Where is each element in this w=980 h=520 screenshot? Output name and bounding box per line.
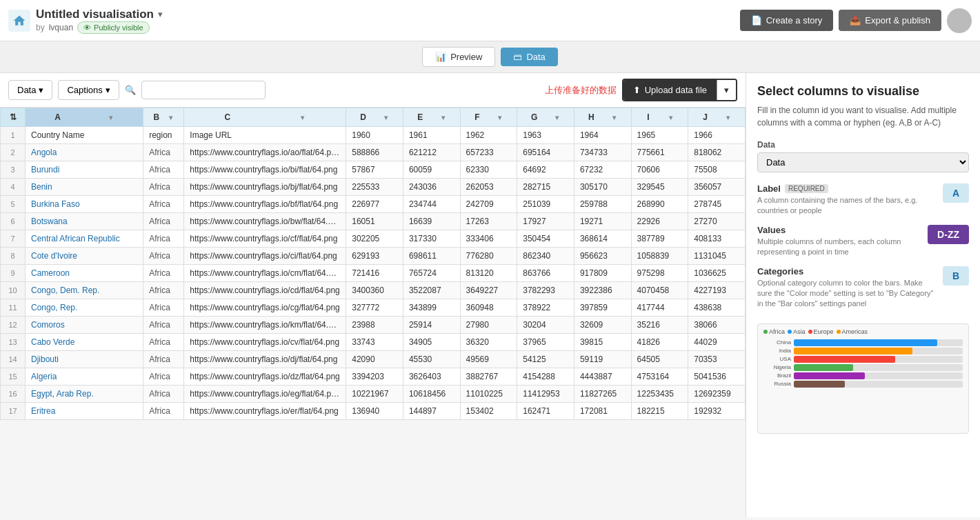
table-cell[interactable]: Africa: [143, 282, 184, 299]
table-cell[interactable]: 4443887: [574, 368, 631, 386]
table-cell[interactable]: 30204: [517, 317, 574, 334]
table-cell[interactable]: 408133: [688, 230, 746, 248]
home-button[interactable]: [8, 10, 30, 32]
table-cell[interactable]: 39815: [574, 334, 631, 351]
table-cell[interactable]: Congo, Dem. Rep.: [26, 282, 143, 299]
col-e-header[interactable]: E▾: [403, 108, 460, 127]
table-cell[interactable]: 33743: [346, 334, 403, 351]
table-cell[interactable]: Burkina Faso: [26, 196, 143, 213]
table-cell[interactable]: 226977: [346, 196, 403, 213]
data-type-select[interactable]: Data: [757, 152, 969, 172]
table-cell[interactable]: Africa: [143, 248, 184, 265]
table-cell[interactable]: 34905: [403, 334, 460, 351]
upload-dropdown-button[interactable]: ▾: [717, 80, 736, 100]
table-cell[interactable]: Benin: [26, 179, 143, 196]
table-cell[interactable]: 333406: [460, 230, 517, 248]
table-cell[interactable]: 765724: [403, 265, 460, 282]
table-cell[interactable]: 863766: [517, 265, 574, 282]
table-cell[interactable]: https://www.countryflags.io/dz/flat/64.p…: [184, 368, 346, 386]
title-dropdown-icon[interactable]: ▾: [158, 9, 163, 19]
table-cell[interactable]: 182215: [631, 403, 688, 420]
table-cell[interactable]: 59119: [574, 351, 631, 368]
table-cell[interactable]: 11412953: [517, 386, 574, 403]
table-cell[interactable]: 695164: [517, 144, 574, 161]
table-cell[interactable]: 3922386: [574, 282, 631, 299]
table-cell[interactable]: 350454: [517, 230, 574, 248]
table-cell[interactable]: 259788: [574, 196, 631, 213]
table-cell[interactable]: 38066: [688, 317, 746, 334]
table-cell[interactable]: 4753164: [631, 368, 688, 386]
table-cell[interactable]: Africa: [143, 334, 184, 351]
table-cell[interactable]: 621212: [403, 144, 460, 161]
table-cell[interactable]: 305170: [574, 179, 631, 196]
table-cell[interactable]: https://www.countryflags.io/eg/flat/64.p…: [184, 386, 346, 403]
table-cell[interactable]: 3882767: [460, 368, 517, 386]
table-cell[interactable]: 588866: [346, 144, 403, 161]
table-cell[interactable]: https://www.countryflags.io/bw/flat/64.p…: [184, 213, 346, 230]
table-cell[interactable]: Country Name: [26, 127, 143, 144]
table-cell[interactable]: 17263: [460, 213, 517, 230]
table-cell[interactable]: 42090: [346, 351, 403, 368]
table-cell[interactable]: 27270: [688, 213, 746, 230]
table-cell[interactable]: https://www.countryflags.io/bi/flat/64.p…: [184, 161, 346, 179]
table-cell[interactable]: 282715: [517, 179, 574, 196]
table-cell[interactable]: https://www.countryflags.io/ao/flat/64.p…: [184, 144, 346, 161]
table-cell[interactable]: 37965: [517, 334, 574, 351]
table-cell[interactable]: Africa: [143, 265, 184, 282]
table-cell[interactable]: 153402: [460, 403, 517, 420]
table-cell[interactable]: 776280: [460, 248, 517, 265]
table-cell[interactable]: https://www.countryflags.io/ci/flat/64.p…: [184, 248, 346, 265]
table-cell[interactable]: https://www.countryflags.io/cg/flat/64.p…: [184, 299, 346, 317]
table-cell[interactable]: 1964: [574, 127, 631, 144]
public-badge[interactable]: 👁 Publicly visible: [77, 21, 150, 34]
table-cell[interactable]: 343899: [403, 299, 460, 317]
table-cell[interactable]: 1962: [460, 127, 517, 144]
table-cell[interactable]: 1961: [403, 127, 460, 144]
table-cell[interactable]: 75508: [688, 161, 746, 179]
table-cell[interactable]: 3649227: [460, 282, 517, 299]
table-cell[interactable]: 438638: [688, 299, 746, 317]
table-cell[interactable]: Congo, Rep.: [26, 299, 143, 317]
table-cell[interactable]: 268990: [631, 196, 688, 213]
data-dropdown-button[interactable]: Data ▾: [8, 80, 52, 100]
table-cell[interactable]: 4154288: [517, 368, 574, 386]
table-cell[interactable]: 136940: [346, 403, 403, 420]
table-cell[interactable]: https://www.countryflags.io/km/flat/64.p…: [184, 317, 346, 334]
table-cell[interactable]: 262053: [460, 179, 517, 196]
table-cell[interactable]: 36320: [460, 334, 517, 351]
table-cell[interactable]: 60059: [403, 161, 460, 179]
table-cell[interactable]: 64505: [631, 351, 688, 368]
table-cell[interactable]: 1131045: [688, 248, 746, 265]
table-cell[interactable]: 3782293: [517, 282, 574, 299]
table-cell[interactable]: 629193: [346, 248, 403, 265]
table-cell[interactable]: 242709: [460, 196, 517, 213]
table-cell[interactable]: 62330: [460, 161, 517, 179]
table-cell[interactable]: 64692: [517, 161, 574, 179]
table-cell[interactable]: 3626403: [403, 368, 460, 386]
table-cell[interactable]: 4070458: [631, 282, 688, 299]
table-cell[interactable]: Comoros: [26, 317, 143, 334]
col-d-header[interactable]: D▾: [346, 108, 403, 127]
values-column-badge[interactable]: D-ZZ: [928, 225, 969, 244]
table-cell[interactable]: Africa: [143, 213, 184, 230]
table-cell[interactable]: Cote d'Ivoire: [26, 248, 143, 265]
table-cell[interactable]: 818062: [688, 144, 746, 161]
col-b-header[interactable]: B▾: [143, 108, 184, 127]
label-column-badge[interactable]: A: [943, 183, 969, 203]
table-cell[interactable]: 10618456: [403, 386, 460, 403]
user-avatar[interactable]: [947, 8, 972, 33]
table-cell[interactable]: 70606: [631, 161, 688, 179]
create-story-button[interactable]: 📄 Create a story: [740, 10, 834, 31]
table-cell[interactable]: https://www.countryflags.io/cf/flat/64.p…: [184, 230, 346, 248]
col-i-header[interactable]: I▾: [631, 108, 688, 127]
table-cell[interactable]: 3394203: [346, 368, 403, 386]
table-cell[interactable]: 1965: [631, 127, 688, 144]
col-j-header[interactable]: J▾: [688, 108, 746, 127]
table-cell[interactable]: 1966: [688, 127, 746, 144]
table-cell[interactable]: 32609: [574, 317, 631, 334]
table-cell[interactable]: 10221967: [346, 386, 403, 403]
table-cell[interactable]: Algeria: [26, 368, 143, 386]
table-cell[interactable]: 975298: [631, 265, 688, 282]
col-c-header[interactable]: C▾: [184, 108, 346, 127]
table-cell[interactable]: 27980: [460, 317, 517, 334]
